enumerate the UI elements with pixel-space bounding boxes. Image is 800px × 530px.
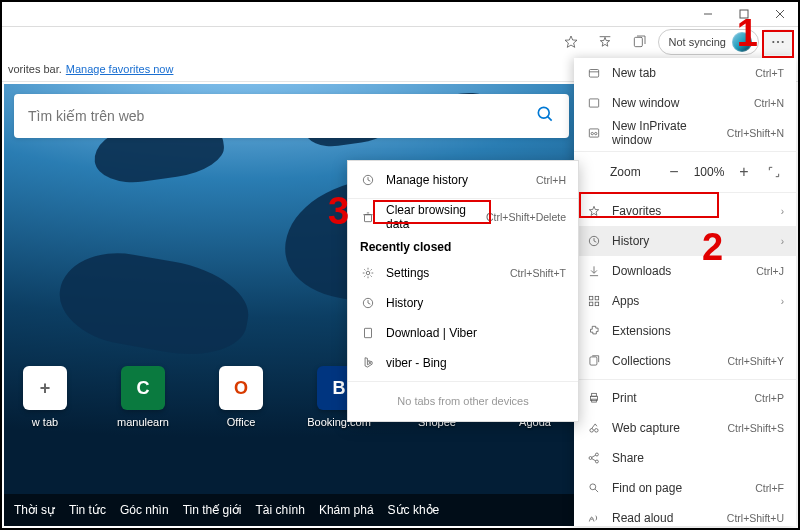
manage-favorites-link[interactable]: Manage favorites now (66, 63, 174, 75)
menu-find-on-page[interactable]: Find on pageCtrl+F (574, 473, 796, 503)
svg-point-13 (538, 107, 549, 118)
tile-icon: O (219, 366, 263, 410)
menu-web-capture[interactable]: Web captureCtrl+Shift+S (574, 413, 796, 443)
svg-point-36 (595, 429, 599, 433)
clock-icon (360, 296, 376, 310)
menu-zoom-row: Zoom − 100% + (574, 155, 796, 189)
zoom-out-button[interactable]: − (662, 160, 686, 184)
collections-icon[interactable] (624, 29, 654, 55)
recent-item[interactable]: Download | Viber (348, 318, 578, 348)
tile-label: Office (227, 416, 256, 428)
fullscreen-button[interactable] (762, 160, 786, 184)
svg-point-11 (777, 40, 779, 42)
menu-history[interactable]: History› (574, 226, 796, 256)
svg-rect-26 (595, 296, 599, 300)
no-tabs-footer: No tabs from other devices (348, 385, 578, 417)
svg-line-43 (595, 489, 598, 492)
menu-favorites[interactable]: Favorites› (574, 196, 796, 226)
settings-and-more-button[interactable] (763, 29, 793, 55)
svg-marker-21 (589, 206, 598, 215)
svg-rect-27 (589, 302, 593, 306)
menu-extensions[interactable]: Extensions (574, 316, 796, 346)
svg-point-35 (590, 429, 594, 433)
history-submenu: Manage historyCtrl+H Clear browsing data… (347, 160, 579, 422)
gear-icon (360, 266, 376, 280)
close-window-button[interactable] (762, 2, 798, 26)
bing-icon (360, 356, 376, 370)
profile-sync-chip[interactable]: Not syncing (658, 29, 759, 55)
add-favorite-star-icon[interactable] (556, 29, 586, 55)
recent-item-label: History (386, 296, 566, 310)
ntp-search-box[interactable] (14, 94, 569, 138)
svg-rect-25 (589, 296, 593, 300)
recent-item-shortcut: Ctrl+Shift+T (510, 267, 566, 279)
recent-item-label: Download | Viber (386, 326, 566, 340)
svg-rect-28 (595, 302, 599, 306)
doc-icon (360, 326, 376, 340)
quicklink-tile[interactable]: +w tab (10, 366, 80, 428)
svg-point-19 (591, 132, 593, 134)
menu-apps[interactable]: Apps› (574, 286, 796, 316)
svg-point-37 (589, 457, 592, 460)
svg-marker-4 (565, 36, 577, 47)
recent-item[interactable]: SettingsCtrl+Shift+T (348, 258, 578, 288)
recent-item-label: Settings (386, 266, 500, 280)
svg-point-12 (782, 40, 784, 42)
svg-rect-17 (589, 99, 598, 107)
svg-rect-29 (590, 357, 597, 365)
menu-downloads[interactable]: DownloadsCtrl+J (574, 256, 796, 286)
svg-rect-18 (589, 129, 598, 137)
quicklink-tile[interactable]: Cmanulearn (108, 366, 178, 428)
recent-item[interactable]: History (348, 288, 578, 318)
settings-and-more-menu: New tabCtrl+T New windowCtrl+N New InPri… (574, 58, 796, 526)
news-tab[interactable]: Tin thế giới (183, 503, 242, 517)
svg-point-10 (772, 40, 774, 42)
svg-line-14 (548, 117, 552, 121)
tile-icon: + (23, 366, 67, 410)
svg-line-40 (592, 455, 596, 457)
svg-point-20 (595, 132, 597, 134)
menu-collections[interactable]: CollectionsCtrl+Shift+Y (574, 346, 796, 376)
svg-rect-7 (634, 37, 642, 46)
favorites-hub-icon[interactable] (590, 29, 620, 55)
menu-print[interactable]: PrintCtrl+P (574, 383, 796, 413)
profile-avatar-icon (732, 32, 752, 52)
svg-line-41 (592, 459, 596, 461)
browser-toolbar: Not syncing (2, 26, 798, 56)
tile-icon: C (121, 366, 165, 410)
submenu-manage-history[interactable]: Manage historyCtrl+H (348, 165, 578, 195)
svg-rect-54 (365, 328, 372, 337)
menu-share[interactable]: Share (574, 443, 796, 473)
svg-point-42 (590, 484, 596, 490)
news-tab[interactable]: Tin tức (69, 503, 106, 517)
minimize-button[interactable] (690, 2, 726, 26)
menu-read-aloud[interactable]: Read aloudCtrl+Shift+U (574, 503, 796, 526)
quicklink-tile[interactable]: OOffice (206, 366, 276, 428)
menu-new-tab[interactable]: New tabCtrl+T (574, 58, 796, 88)
news-tab[interactable]: Sức khỏe (388, 503, 440, 517)
sync-status-text: Not syncing (669, 36, 726, 48)
zoom-label: Zoom (584, 165, 656, 179)
submenu-clear-browsing-data[interactable]: Clear browsing dataCtrl+Shift+Delete (348, 202, 578, 232)
menu-new-inprivate[interactable]: New InPrivate windowCtrl+Shift+N (574, 118, 796, 148)
recently-closed-header: Recently closed (348, 232, 578, 258)
svg-marker-5 (600, 37, 609, 46)
news-tab[interactable]: Tài chính (256, 503, 305, 517)
search-input[interactable] (28, 108, 535, 124)
news-tab[interactable]: Thời sự (14, 503, 55, 517)
zoom-in-button[interactable]: + (732, 160, 756, 184)
tile-label: manulearn (117, 416, 169, 428)
menu-new-window[interactable]: New windowCtrl+N (574, 88, 796, 118)
svg-point-38 (595, 453, 598, 456)
search-icon[interactable] (535, 104, 555, 128)
news-tab[interactable]: Góc nhìn (120, 503, 169, 517)
svg-point-39 (595, 460, 598, 463)
svg-point-52 (366, 271, 370, 275)
maximize-button[interactable] (726, 2, 762, 26)
tile-label: w tab (32, 416, 58, 428)
svg-rect-1 (740, 10, 748, 18)
news-tab[interactable]: Khám phá (319, 503, 374, 517)
recent-item[interactable]: viber - Bing (348, 348, 578, 378)
svg-rect-33 (592, 393, 597, 396)
favbar-text: vorites bar. (8, 63, 62, 75)
